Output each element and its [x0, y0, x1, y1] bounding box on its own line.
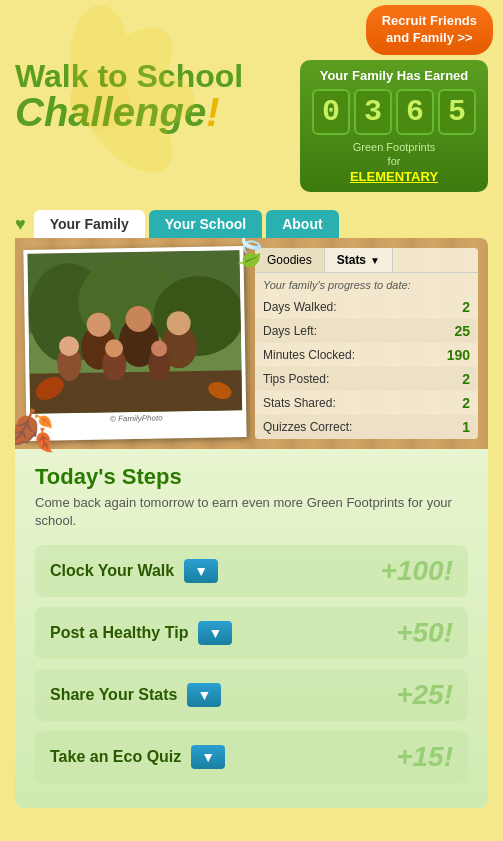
family-photo-frame: © FamilyPhoto [23, 246, 246, 441]
tab-your-family[interactable]: Your Family [34, 210, 145, 238]
digits-row: 0 3 6 5 [312, 89, 476, 135]
action-points-share-stats: +25! [396, 679, 453, 711]
action-label-share-stats: Share Your Stats [50, 686, 177, 704]
table-row: Quizzes Correct: 1 [255, 415, 478, 439]
post-tip-dropdown[interactable]: ▼ [198, 621, 232, 645]
stats-table: Days Walked: 2 Days Left: 25 Minutes Clo… [255, 295, 478, 439]
table-row: Days Walked: 2 [255, 295, 478, 319]
action-left-eco-quiz: Take an Eco Quiz ▼ [50, 745, 225, 769]
table-row: Days Left: 25 [255, 319, 478, 343]
stat-value-days-left: 25 [418, 319, 478, 343]
todays-steps-title: Today's Steps [35, 464, 468, 490]
clock-walk-dropdown[interactable]: ▼ [184, 559, 218, 583]
stat-value-minutes: 190 [418, 343, 478, 367]
top-bar: Recruit Friends and Family >> [0, 0, 503, 60]
action-share-stats[interactable]: Share Your Stats ▼ +25! [35, 669, 468, 721]
stats-tabs: Goodies Stats ▼ [255, 248, 478, 273]
action-clock-walk[interactable]: Clock Your Walk ▼ +100! [35, 545, 468, 597]
leaf-top-decoration: 🍃 [231, 238, 268, 268]
todays-steps-section: Today's Steps Come back again tomorrow t… [15, 449, 488, 808]
score-for-label: for [312, 155, 476, 167]
tabs-row: ♥ Your Family Your School About [0, 202, 503, 238]
stat-label-quizzes: Quizzes Correct: [255, 415, 418, 439]
tab-stats[interactable]: Stats ▼ [325, 248, 393, 272]
action-label-eco-quiz: Take an Eco Quiz [50, 748, 181, 766]
content-area: 🍃 🍂 [15, 238, 488, 808]
action-label-clock-walk: Clock Your Walk [50, 562, 174, 580]
leaf-bottom-decoration: 🍂 [15, 407, 55, 454]
title-block: Walk to School Challenge ! [15, 60, 290, 132]
todays-steps-subtitle: Come back again tomorrow to earn even mo… [35, 494, 468, 530]
title-exclaim: ! [206, 92, 219, 132]
stat-value-stats-shared: 2 [418, 391, 478, 415]
tab-about[interactable]: About [266, 210, 338, 238]
family-photo [27, 250, 242, 414]
score-school-label[interactable]: ELEMENTARY [312, 169, 476, 184]
header-section: Walk to School Challenge ! Your Family H… [0, 60, 503, 202]
stat-value-quizzes: 1 [418, 415, 478, 439]
stats-dropdown-arrow: ▼ [370, 255, 380, 266]
stat-label-tips: Tips Posted: [255, 367, 418, 391]
tab-your-school[interactable]: Your School [149, 210, 262, 238]
action-label-post-tip: Post a Healthy Tip [50, 624, 188, 642]
action-points-eco-quiz: +15! [396, 741, 453, 773]
title-walk: Walk to School [15, 60, 290, 92]
score-box: Your Family Has Earned 0 3 6 5 Green Foo… [300, 60, 488, 192]
action-points-clock-walk: +100! [381, 555, 453, 587]
stat-value-tips: 2 [418, 367, 478, 391]
heart-icon: ♥ [15, 214, 26, 235]
table-row: Stats Shared: 2 [255, 391, 478, 415]
share-stats-dropdown[interactable]: ▼ [187, 683, 221, 707]
photo-stats-row: 🍃 🍂 [15, 238, 488, 449]
action-left-post-tip: Post a Healthy Tip ▼ [50, 621, 232, 645]
title-challenge: Challenge [15, 92, 206, 132]
table-row: Tips Posted: 2 [255, 367, 478, 391]
recruit-friends-button[interactable]: Recruit Friends and Family >> [366, 5, 493, 55]
eco-quiz-dropdown[interactable]: ▼ [191, 745, 225, 769]
stat-label-days-left: Days Left: [255, 319, 418, 343]
digit-6: 6 [396, 89, 434, 135]
stats-panel: Goodies Stats ▼ Your family's progress t… [255, 248, 478, 439]
digit-0: 0 [312, 89, 350, 135]
stat-label-stats-shared: Stats Shared: [255, 391, 418, 415]
family-photo-svg [27, 250, 242, 414]
action-left-clock-walk: Clock Your Walk ▼ [50, 559, 218, 583]
digit-5: 5 [438, 89, 476, 135]
stats-progress-title: Your family's progress to date: [255, 273, 478, 295]
digit-3: 3 [354, 89, 392, 135]
action-points-post-tip: +50! [396, 617, 453, 649]
action-post-tip[interactable]: Post a Healthy Tip ▼ +50! [35, 607, 468, 659]
stat-label-days-walked: Days Walked: [255, 295, 418, 319]
action-left-share-stats: Share Your Stats ▼ [50, 683, 221, 707]
action-eco-quiz[interactable]: Take an Eco Quiz ▼ +15! [35, 731, 468, 783]
table-row: Minutes Clocked: 190 [255, 343, 478, 367]
score-green-footprints: Green Footprints [312, 141, 476, 153]
stat-value-days-walked: 2 [418, 295, 478, 319]
score-box-title: Your Family Has Earned [312, 68, 476, 83]
stat-label-minutes: Minutes Clocked: [255, 343, 418, 367]
